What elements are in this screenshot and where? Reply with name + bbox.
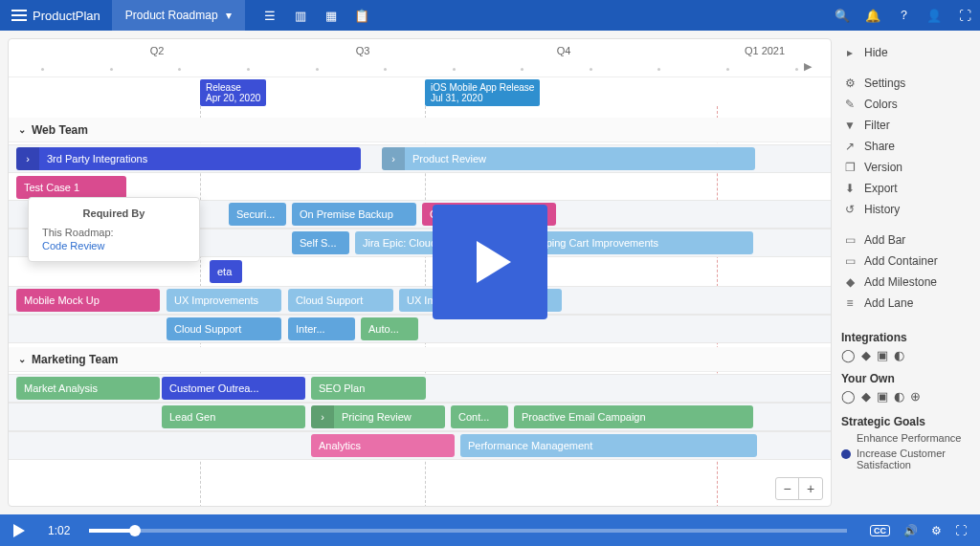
gear-icon: ⚙: [843, 76, 857, 90]
roadmap-dropdown[interactable]: Product Roadmap ▾: [112, 0, 245, 31]
bar-cloud1[interactable]: Cloud Support: [288, 289, 393, 312]
bar-self-s[interactable]: Self S...: [292, 231, 349, 254]
play-icon: [477, 241, 511, 283]
user-icon[interactable]: 👤: [919, 0, 949, 31]
fullscreen-button[interactable]: ⛶: [955, 524, 967, 537]
jira-icon[interactable]: ◐: [894, 348, 904, 362]
required-by-popover: Required By This Roadmap: Code Review: [28, 197, 200, 262]
zoom-out-button[interactable]: −: [776, 478, 799, 499]
captions-button[interactable]: CC: [870, 525, 890, 536]
canvas: Release Apr 20, 2020 iOS Mobile App Rele…: [9, 77, 831, 507]
colors-item[interactable]: ✎Colors: [841, 94, 970, 115]
goal-dot: [841, 434, 851, 444]
play-button[interactable]: [0, 524, 38, 537]
bar-seo[interactable]: SEO Plan: [311, 377, 426, 400]
zoom-control: − +: [775, 477, 823, 500]
bar-mobile-mock[interactable]: Mobile Mock Up: [16, 289, 160, 312]
columns-view-icon[interactable]: ▥: [285, 0, 316, 31]
filter-item[interactable]: ▼Filter: [841, 115, 970, 136]
trello-icon[interactable]: ▣: [877, 348, 888, 362]
bar-inter[interactable]: Inter...: [288, 317, 355, 340]
expand-icon[interactable]: ›: [311, 405, 334, 428]
bar-beta[interactable]: eta: [210, 260, 242, 283]
add-container-icon: ▭: [843, 254, 857, 268]
bell-icon[interactable]: 🔔: [858, 0, 888, 31]
add-icon[interactable]: ⊕: [910, 389, 921, 404]
settings-button[interactable]: ⚙: [931, 524, 942, 537]
popover-link[interactable]: Code Review: [42, 240, 186, 251]
sidebar: ▸Hide ⚙Settings ✎Colors ▼Filter ↗Share ❐…: [832, 31, 980, 514]
bar-ux1[interactable]: UX Improvements: [167, 289, 281, 312]
history-item[interactable]: ↺History: [841, 199, 970, 220]
settings-item[interactable]: ⚙Settings: [841, 73, 970, 94]
milestone-release-title: Release: [206, 82, 260, 93]
help-icon[interactable]: ？: [888, 0, 919, 31]
timeline-q2: Q2: [150, 45, 165, 56]
export-item[interactable]: ⬇Export: [841, 178, 970, 199]
bar-security[interactable]: Securi...: [229, 203, 286, 226]
milestone-ios[interactable]: iOS Mobile App Release Jul 31, 2020: [425, 79, 540, 106]
bar-product-review[interactable]: › Product Review: [382, 147, 755, 170]
github-icon[interactable]: ◯: [841, 389, 856, 404]
bar-on-premise[interactable]: On Premise Backup: [292, 203, 416, 226]
timeline-scroll-arrow[interactable]: ▶: [804, 60, 812, 73]
goal-dot: [841, 449, 851, 459]
table-view-icon[interactable]: ▦: [316, 0, 346, 31]
chevron-down-icon: ▾: [226, 9, 232, 22]
hide-toggle[interactable]: ▸Hide: [841, 42, 970, 63]
video-scrubber[interactable]: [89, 529, 847, 533]
search-icon[interactable]: 🔍: [827, 0, 858, 31]
roadmap-canvas: Q2 Q3 Q4 Q1 2021 ▶ Release Apr 20, 2020 …: [8, 38, 832, 507]
add-container-item[interactable]: ▭Add Container: [841, 251, 970, 272]
milestone-release[interactable]: Release Apr 20, 2020: [200, 79, 266, 106]
bar-market-analysis[interactable]: Market Analysis: [16, 377, 160, 400]
popover-title: Required By: [42, 207, 186, 219]
goal-enhance[interactable]: Enhance Performance: [841, 432, 970, 444]
azure-icon[interactable]: ◆: [861, 348, 871, 362]
clipboard-icon[interactable]: 📋: [346, 0, 377, 31]
chevron-down-icon: ⌄: [18, 354, 26, 364]
add-milestone-icon: ◆: [843, 275, 857, 289]
add-lane-item[interactable]: ≡Add Lane: [841, 293, 970, 314]
jira-icon[interactable]: ◐: [894, 389, 904, 404]
milestone-release-date: Apr 20, 2020: [206, 93, 260, 103]
bar-pricing[interactable]: › Pricing Review: [311, 405, 445, 428]
bar-analytics[interactable]: Analytics: [311, 434, 455, 457]
goal-satisfaction[interactable]: Increase Customer Satisfaction: [841, 448, 970, 470]
video-play-overlay[interactable]: [433, 205, 547, 319]
azure-icon[interactable]: ◆: [861, 389, 871, 404]
version-item[interactable]: ❐Version: [841, 157, 970, 178]
timeline-header: Q2 Q3 Q4 Q1 2021 ▶: [9, 39, 831, 77]
add-lane-icon: ≡: [843, 296, 857, 310]
bar-cont[interactable]: Cont...: [451, 405, 508, 428]
yourown-icons: ◯ ◆ ▣ ◐ ⊕: [841, 389, 970, 404]
expand-icon[interactable]: ›: [382, 147, 405, 170]
bar-3rd-party[interactable]: › 3rd Party Integrations: [16, 147, 361, 170]
bar-shopping[interactable]: Shopping Cart Improvements: [514, 231, 753, 254]
zoom-in-button[interactable]: +: [799, 478, 822, 499]
bar-performance[interactable]: Performance Management: [460, 434, 757, 457]
expand-icon[interactable]: ⛶: [949, 0, 980, 31]
expand-icon[interactable]: ›: [16, 147, 39, 170]
add-milestone-item[interactable]: ◆Add Milestone: [841, 272, 970, 293]
play-icon: [13, 524, 25, 537]
bar-auto[interactable]: Auto...: [361, 317, 418, 340]
bar-proactive[interactable]: Proactive Email Campaign: [514, 405, 753, 428]
trello-icon[interactable]: ▣: [877, 389, 888, 404]
bar-cloud2[interactable]: Cloud Support: [167, 317, 281, 340]
add-bar-item[interactable]: ▭Add Bar: [841, 229, 970, 251]
brush-icon: ✎: [843, 98, 857, 111]
volume-button[interactable]: 🔊: [903, 524, 918, 537]
filter-icon: ▼: [843, 119, 857, 132]
bar-leadgen[interactable]: Lead Gen: [162, 405, 305, 428]
bar-outreach[interactable]: Customer Outrea...: [162, 377, 305, 400]
bar-test-case[interactable]: Test Case 1: [16, 176, 126, 199]
video-thumb[interactable]: [129, 525, 141, 536]
roadmap-dropdown-label: Product Roadmap: [125, 9, 218, 22]
list-view-icon[interactable]: ☰: [255, 0, 285, 31]
video-time: 1:02: [48, 524, 70, 537]
share-item[interactable]: ↗Share: [841, 136, 970, 157]
lane-header-marketing[interactable]: ⌄ Marketing Team: [9, 347, 831, 372]
lane-header-web[interactable]: ⌄ Web Team: [9, 118, 831, 142]
github-icon[interactable]: ◯: [841, 348, 856, 362]
